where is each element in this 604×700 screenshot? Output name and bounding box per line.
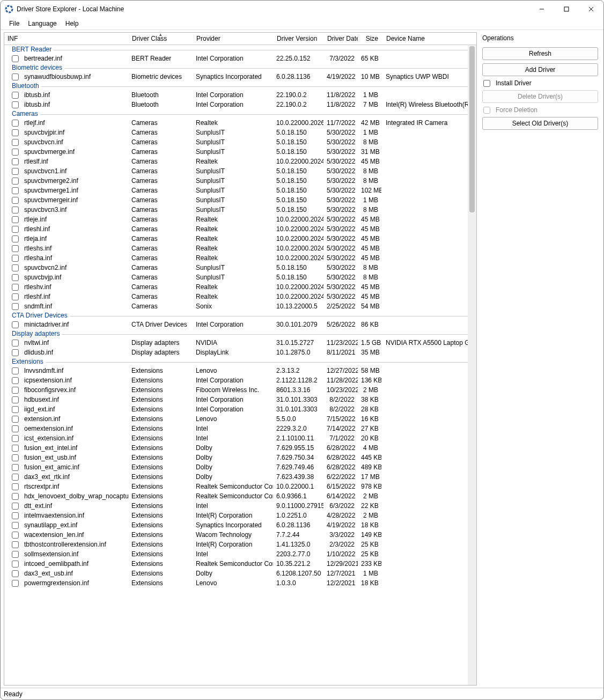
table-row[interactable]: icst_extension.infExtensionsIntel2.1.101… [4,433,476,443]
table-row[interactable]: rtleshv.infCamerasRealtek10.0.22000.2024… [4,282,476,292]
table-row[interactable]: wacextension_len.infExtensionsWacom Tech… [4,530,476,540]
table-row[interactable]: spuvcbvmerge1.infCamerasSunplusIT5.0.18.… [4,186,476,195]
table-row[interactable]: dax3_ext_usb.infExtensionsDolby6.1208.12… [4,569,476,578]
row-checkbox[interactable] [12,255,19,262]
row-checkbox[interactable] [12,349,19,356]
row-checkbox[interactable] [12,158,19,165]
table-row[interactable]: rtleje.infCamerasRealtek10.0.22000.20240… [4,215,476,224]
scroll-thumb[interactable] [469,46,475,212]
row-checkbox[interactable] [12,207,19,213]
row-checkbox[interactable] [12,425,19,432]
table-row[interactable]: minictadriver.infCTA Driver DevicesIntel… [4,320,476,329]
row-checkbox[interactable] [12,284,19,291]
menu-language[interactable]: Language [28,20,56,27]
group-header[interactable]: CTA Driver Devices [4,311,476,320]
table-row[interactable]: spuvcbvmerge.infCamerasSunplusIT5.0.18.1… [4,147,476,157]
group-header[interactable]: BERT Reader [4,45,476,54]
col-driver-class[interactable]: Driver Class▴ [129,33,193,45]
row-checkbox[interactable] [12,522,19,529]
row-checkbox[interactable] [12,235,19,242]
table-row[interactable]: rtscrextpr.infExtensionsRealtek Semicond… [4,482,476,491]
table-row[interactable]: rtleja.infCamerasRealtek10.0.22000.20240… [4,234,476,244]
table-row[interactable]: dlidusb.infDisplay adaptersDisplayLink10… [4,348,476,357]
col-inf[interactable]: INF [4,33,129,45]
row-checkbox[interactable] [12,264,19,271]
table-row[interactable]: rtleslf.infCamerasRealtek10.0.22000.2024… [4,157,476,166]
table-row[interactable]: synautilapp_ext.infExtensionsSynaptics I… [4,520,476,530]
row-checkbox[interactable] [12,340,19,347]
row-checkbox[interactable] [12,168,19,175]
table-row[interactable]: ibtusb.infBluetoothIntel Corporation22.1… [4,90,476,100]
table-row[interactable]: rtleshl.infCamerasRealtek10.0.22000.2024… [4,224,476,234]
table-row[interactable]: rtleshf.infCamerasRealtek10.0.22000.2024… [4,292,476,301]
table-row[interactable]: oemextension.infExtensionsIntel2229.3.2.… [4,424,476,433]
table-row[interactable]: dax3_ext_rtk.infExtensionsDolby7.623.439… [4,472,476,482]
row-checkbox[interactable] [12,474,19,481]
vertical-scrollbar[interactable] [468,45,476,685]
refresh-button[interactable]: Refresh [482,47,598,60]
select-old-drivers-button[interactable]: Select Old Driver(s) [482,117,598,130]
table-row[interactable]: fusion_ext_intel.infExtensionsDolby7.629… [4,443,476,453]
row-checkbox[interactable] [12,512,19,519]
titlebar[interactable]: Driver Store Explorer - Local Machine [1,1,603,18]
table-row[interactable]: spuvcbvjp.infCamerasSunplusIT5.0.18.1505… [4,272,476,282]
row-checkbox[interactable] [12,197,19,204]
table-row[interactable]: spuvcbvmerge2.infCamerasSunplusIT5.0.18.… [4,176,476,186]
row-checkbox[interactable] [12,493,19,500]
table-row[interactable]: spuvcbvmergeir.infCamerasSunplusIT5.0.18… [4,195,476,205]
table-row[interactable]: icpsextension.infExtensionsIntel Corpora… [4,375,476,385]
table-row[interactable]: fusion_ext_usb.infExtensionsDolby7.629.7… [4,453,476,462]
table-row[interactable]: rtlesha.infCamerasRealtek10.0.22000.2024… [4,253,476,263]
row-checkbox[interactable] [12,483,19,490]
group-header[interactable]: Display adapters [4,329,476,338]
row-checkbox[interactable] [12,120,19,127]
table-row[interactable]: spuvcbvcn.infCamerasSunplusIT5.0.18.1505… [4,137,476,147]
table-row[interactable]: spuvcbvcn2.infCamerasSunplusIT5.0.18.150… [4,263,476,272]
row-checkbox[interactable] [12,149,19,156]
table-row[interactable]: nvltwi.infDisplay adaptersNVIDIA31.0.15.… [4,338,476,348]
col-device-name[interactable]: Device Name [382,33,476,45]
row-checkbox[interactable] [12,178,19,185]
group-header[interactable]: Biometric devices [4,63,476,72]
row-checkbox[interactable] [12,541,19,548]
table-row[interactable]: extension.infExtensionsLenovo5.5.0.07/15… [4,414,476,424]
group-header[interactable]: Bluetooth [4,82,476,90]
close-button[interactable] [579,1,603,18]
row-checkbox[interactable] [12,561,19,568]
row-checkbox[interactable] [12,226,19,233]
table-row[interactable]: rtleshs.infCamerasRealtek10.0.22000.2024… [4,244,476,253]
table-row[interactable]: bertreader.infBERT ReaderIntel Corporati… [4,54,476,63]
table-row[interactable]: hdbusext.infExtensionsIntel Corporation3… [4,395,476,404]
table-row[interactable]: iigd_ext.infExtensionsIntel Corporation3… [4,404,476,414]
menu-file[interactable]: File [9,20,19,27]
table-row[interactable]: powermgrextension.infExtensionsLenovo1.0… [4,578,476,588]
row-checkbox[interactable] [12,445,19,452]
row-checkbox[interactable] [12,377,19,384]
table-row[interactable]: rtlejf.infCamerasRealtek10.0.22000.20261… [4,118,476,128]
row-checkbox[interactable] [12,129,19,136]
col-driver-version[interactable]: Driver Version [274,33,324,45]
row-checkbox[interactable] [12,464,19,471]
row-checkbox[interactable] [12,321,19,328]
col-provider[interactable]: Provider [193,33,274,45]
row-checkbox[interactable] [12,245,19,252]
table-row[interactable]: hdx_lenovoext_dolby_wrap_nocapture.infEx… [4,491,476,501]
table-row[interactable]: dtt_ext.infExtensionsIntel9.0.11000.2791… [4,501,476,511]
table-row[interactable]: spuvcbvcn3.infCamerasSunplusIT5.0.18.150… [4,205,476,215]
row-checkbox[interactable] [12,55,19,62]
install-driver-checkbox[interactable]: Install Driver [482,79,598,87]
row-checkbox[interactable] [12,274,19,281]
group-header[interactable]: Extensions [4,357,476,366]
add-driver-button[interactable]: Add Driver [482,63,598,76]
row-checkbox[interactable] [12,303,19,310]
row-checkbox[interactable] [12,416,19,423]
row-checkbox[interactable] [12,503,19,510]
table-row[interactable]: intelmvaextension.infExtensionsIntel(R) … [4,511,476,520]
table-row[interactable]: fiboconfigsrvex.infExtensionsFibocom Wir… [4,385,476,395]
table-row[interactable]: lnvvsndmft.infExtensionsLenovo2.3.13.212… [4,366,476,375]
row-checkbox[interactable] [12,73,19,80]
table-row[interactable]: ibtusb.infBluetoothIntel Corporation22.1… [4,100,476,109]
row-checkbox[interactable] [12,92,19,99]
table-row[interactable]: synawudfbiousbuwp.infBiometric devicesSy… [4,72,476,82]
row-checkbox[interactable] [12,293,19,300]
